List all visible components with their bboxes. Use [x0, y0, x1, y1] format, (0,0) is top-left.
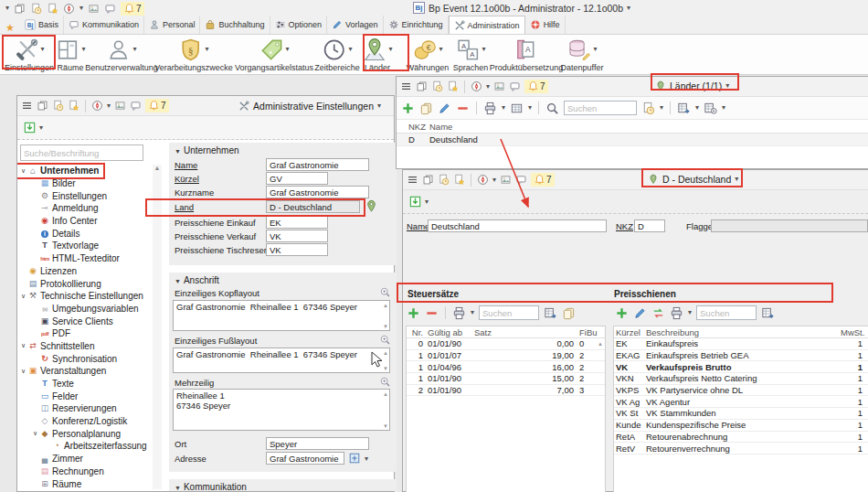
chat-icon[interactable]: [130, 100, 142, 112]
tree-item[interactable]: Räume: [29, 477, 86, 490]
page-star-icon[interactable]: [68, 100, 79, 112]
adresse-field[interactable]: [266, 452, 344, 465]
notification-badge[interactable]: 7: [524, 80, 548, 93]
compass-dropdown-icon[interactable]: ▾: [107, 102, 111, 110]
preisschiene-row[interactable]: VK Ag VK Agentur 1: [614, 396, 868, 408]
tree-item[interactable]: Rechnungen: [29, 465, 109, 478]
preisschiene-row[interactable]: EK Einkaufspreis 1: [614, 338, 868, 350]
tree-item[interactable]: Zimmer: [29, 453, 88, 465]
tree-item[interactable]: Anmeldung: [29, 202, 103, 215]
table-export-icon[interactable]: [677, 102, 691, 115]
favorites-star-icon[interactable]: ★: [0, 22, 20, 34]
window-copy-icon[interactable]: [416, 80, 428, 92]
ribbon-button[interactable]: ▾ Datenpuffer: [561, 37, 604, 72]
zoom-plus-icon[interactable]: [379, 376, 391, 388]
ribbon-button[interactable]: ▾ Länder: [362, 37, 392, 72]
tree-expander-icon[interactable]: [19, 342, 27, 349]
preisschiene-row[interactable]: RetA Retourenabrechnung 1: [614, 432, 868, 444]
preisschiene-tisch-field[interactable]: [266, 243, 328, 256]
ribbon-button-dropdown-icon[interactable]: ▾: [388, 46, 392, 53]
image-icon[interactable]: [493, 80, 505, 92]
compass-dropdown-icon[interactable]: ▾: [486, 83, 490, 91]
tree-expander-icon[interactable]: [19, 368, 27, 375]
ort-field[interactable]: [266, 437, 369, 450]
preisschiene-row[interactable]: EKAG Einkaufspreis Betrieb GEA 1: [614, 350, 868, 362]
chat-icon[interactable]: [515, 174, 527, 186]
grid-dropdown-icon[interactable]: ▾: [528, 104, 532, 112]
nkz-field[interactable]: [634, 219, 665, 232]
tree-item[interactable]: Einstellungen: [29, 189, 111, 202]
tree-item[interactable]: Veranstaltungen: [17, 365, 111, 378]
compass-dropdown-icon[interactable]: ▾: [492, 176, 496, 184]
notification-badge[interactable]: 7: [145, 99, 169, 112]
delete-icon[interactable]: [425, 306, 439, 320]
copy-icon[interactable]: [419, 102, 433, 115]
tree-expander-icon[interactable]: [19, 293, 27, 300]
compass-icon[interactable]: [91, 100, 103, 112]
ribbon-button[interactable]: ▾ Sprachen: [453, 37, 489, 72]
delete-icon[interactable]: [456, 102, 470, 115]
ribbon-button-dropdown-icon[interactable]: ▾: [285, 46, 289, 53]
kuerzel-field[interactable]: [266, 172, 328, 185]
ribbon-button-dropdown-icon[interactable]: ▾: [348, 46, 352, 53]
steuersatz-row[interactable]: 1 01/01/07 19,00 2: [407, 350, 605, 362]
import-icon[interactable]: [23, 121, 37, 134]
preisschiene-verkauf-field[interactable]: [266, 230, 328, 242]
tree-item[interactable]: HTML-Texteditor: [29, 252, 124, 265]
image-icon[interactable]: [114, 100, 126, 112]
window-copy-icon[interactable]: [37, 100, 48, 112]
tree-item[interactable]: Technische Einstellungen: [17, 290, 148, 303]
import-dropdown-icon[interactable]: ▾: [39, 124, 43, 132]
flagge-field[interactable]: [711, 219, 868, 232]
tree-scrollbar[interactable]: ▲: [153, 165, 162, 489]
table-run-dropdown-icon[interactable]: ▾: [722, 104, 725, 112]
tree-item[interactable]: Schnittstellen: [17, 340, 99, 353]
ribbon-button[interactable]: ▾ Währungen: [407, 37, 450, 72]
tree-item[interactable]: Arbeitszeiterfassung: [41, 440, 152, 453]
import-dropdown-icon[interactable]: ▾: [425, 198, 429, 206]
ribbon-tab[interactable]: Administration: [449, 16, 525, 34]
ribbon-tab[interactable]: Einrichtung: [384, 16, 449, 34]
tree-item[interactable]: PDF: [29, 327, 75, 340]
compass-icon[interactable]: [63, 3, 75, 15]
land-field[interactable]: [266, 200, 360, 213]
ribbon-button-dropdown-icon[interactable]: ▾: [40, 46, 44, 53]
print-dropdown-icon[interactable]: ▾: [471, 309, 474, 316]
address-dropdown-icon[interactable]: ▾: [365, 455, 368, 463]
zoom-plus-icon[interactable]: [379, 334, 391, 346]
tree-item[interactable]: Personalplanung: [29, 427, 125, 440]
tree-item[interactable]: Synchronisation: [29, 352, 122, 365]
compass-dropdown-icon[interactable]: ▾: [79, 5, 83, 12]
ribbon-button[interactable]: ▾ Verarbeitungszwecke: [154, 37, 233, 72]
search-icon[interactable]: [545, 102, 559, 115]
compass-icon[interactable]: [471, 80, 482, 92]
ribbon-button[interactable]: ▾ Zeitbereiche: [314, 37, 360, 72]
tree-item[interactable]: Protokollierung: [17, 277, 106, 290]
tree-item[interactable]: Felder: [29, 390, 82, 402]
notification-badge[interactable]: 7: [121, 2, 144, 16]
tree-item[interactable]: Reservierungen: [29, 402, 122, 415]
tree-item[interactable]: Textvorlage: [29, 240, 103, 252]
zoom-plus-icon[interactable]: [379, 286, 391, 298]
page-star-icon[interactable]: [447, 80, 459, 92]
add-icon[interactable]: [407, 306, 420, 320]
page-clock-icon[interactable]: [431, 80, 443, 92]
print-dropdown-icon[interactable]: ▾: [502, 104, 505, 112]
table-run-icon[interactable]: [704, 102, 717, 115]
kurzname-field[interactable]: [266, 186, 369, 198]
ribbon-button-dropdown-icon[interactable]: ▾: [439, 46, 442, 53]
edit-icon[interactable]: [633, 306, 647, 320]
ribbon-button[interactable]: ▾ Einstellungen: [5, 37, 54, 72]
address-lookup-button[interactable]: [348, 452, 361, 465]
add-icon[interactable]: [401, 102, 415, 115]
table-export-icon[interactable]: [761, 306, 775, 320]
kopflayout-textarea[interactable]: Graf Gastronomie Rheinallee 1 67346 Spey…: [173, 300, 390, 331]
tree-item[interactable]: Texte: [29, 378, 79, 390]
ribbon-button-dropdown-icon[interactable]: ▾: [482, 46, 485, 53]
ribbon-tab[interactable]: Vorlagen: [327, 16, 384, 34]
preisschiene-row[interactable]: Kunde Kundenspezifische Preise 1: [614, 420, 868, 432]
steuersatz-row[interactable]: 1 01/01/90 15,00 2: [407, 373, 605, 385]
print-icon[interactable]: [483, 102, 497, 115]
ribbon-tab[interactable]: Basis: [20, 16, 64, 34]
page-star-icon[interactable]: [47, 3, 58, 15]
